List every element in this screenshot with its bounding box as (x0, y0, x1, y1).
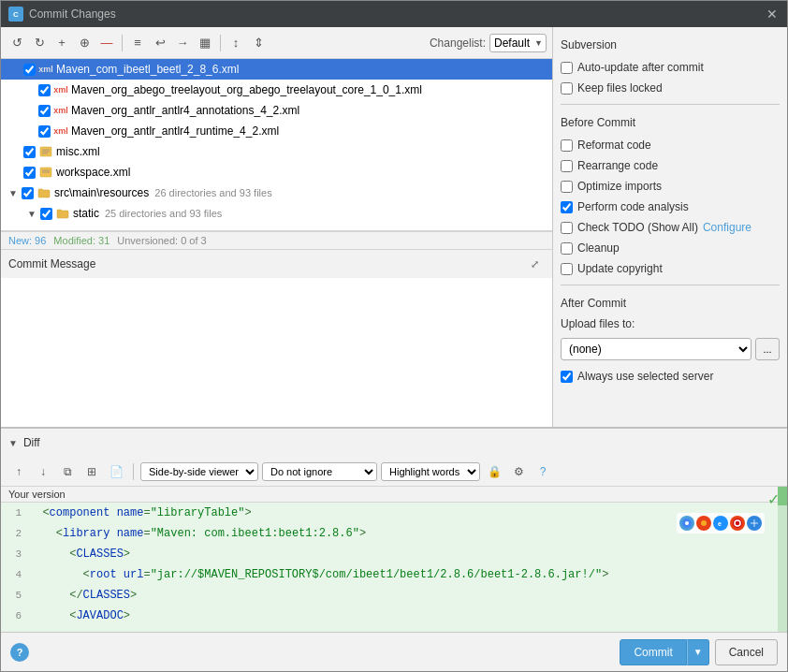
commit-message-header: Commit Message ⤢ (1, 250, 552, 278)
next-diff-button[interactable]: ↓ (33, 461, 53, 482)
bottom-bar: ? Commit ▼ Cancel (1, 632, 787, 671)
prev-diff-button[interactable]: ↑ (8, 461, 29, 482)
cleanup-checkbox[interactable] (561, 242, 573, 255)
line-content: <library name="Maven: com.ibeet1:beet1:2… (29, 527, 366, 540)
keep-locked-checkbox[interactable] (561, 82, 573, 95)
rearrange-label[interactable]: Rearrange code (577, 159, 658, 172)
file-name: misc.xml (56, 145, 100, 158)
collapse-arrow-icon[interactable]: ▼ (8, 188, 18, 198)
diff-settings-button[interactable]: ⊞ (81, 461, 102, 482)
auto-update-row: Auto-update after commit (561, 59, 780, 76)
code-line: 4 <root url="jar://$MAVEN_REPOSITORY$/co… (1, 564, 787, 585)
check-todo-row: Check TODO (Show All) Configure (561, 219, 780, 236)
highlight-select[interactable]: Highlight wordsHighlight chars (381, 462, 480, 481)
action-buttons: Commit ▼ Cancel (620, 639, 778, 665)
line-number: 3 (1, 548, 29, 560)
configure-link[interactable]: Configure (703, 221, 752, 234)
optimize-label[interactable]: Optimize imports (577, 180, 662, 193)
diff-content: 1 <component name="libraryTable"> 2 <lib… (1, 503, 787, 632)
folder-icon (55, 206, 70, 221)
group-button[interactable]: ≡ (127, 33, 148, 53)
file-checkbox[interactable] (23, 146, 36, 158)
window-title: Commit Changes (29, 7, 116, 21)
auto-update-label[interactable]: Auto-update after commit (577, 61, 704, 74)
file-checkbox[interactable] (40, 208, 52, 220)
perform-analysis-checkbox[interactable] (561, 201, 573, 213)
modified-count: Modified: 31 (53, 235, 109, 246)
file-checkbox[interactable] (23, 167, 36, 179)
file-item[interactable]: workspace.xml (1, 162, 552, 183)
optimize-row: Optimize imports (561, 178, 780, 195)
diff-section: ▼ Diff ↑ ↓ ⧉ ⊞ 📄 Side-by-side viewerUnif… (1, 427, 787, 632)
update-copyright-checkbox[interactable] (561, 263, 573, 275)
always-use-label[interactable]: Always use selected server (577, 370, 713, 383)
cleanup-label[interactable]: Cleanup (577, 241, 620, 255)
folder-item[interactable]: ▼ static 25 directories and 93 files (1, 203, 552, 224)
changelist-select[interactable]: Default (489, 34, 547, 52)
close-button[interactable]: ✕ (765, 7, 780, 22)
refresh-button[interactable]: ↺ (7, 33, 27, 53)
collapse-arrow-icon[interactable]: ▼ (27, 209, 36, 219)
sync-button[interactable]: ↻ (29, 33, 50, 53)
update-copyright-label[interactable]: Update copyright (577, 262, 663, 275)
commit-message-section: Commit Message ⤢ (1, 249, 552, 427)
rearrange-row: Rearrange code (561, 157, 780, 174)
diff-help-button[interactable]: ? (533, 461, 553, 482)
forward-button[interactable]: → (172, 33, 193, 53)
line-number: 6 (1, 610, 29, 621)
ignore-select[interactable]: Do not ignoreIgnore whitespaceIgnore lin… (262, 462, 377, 481)
cleanup-row: Cleanup (561, 240, 780, 256)
diff-options-button[interactable]: ⚙ (508, 461, 529, 482)
xml-file-icon: xml (53, 103, 68, 118)
file-checkbox[interactable] (23, 64, 36, 76)
file-item[interactable]: xml Maven_org_abego_treelayout_org_abego… (1, 80, 552, 100)
check-todo-checkbox[interactable] (561, 222, 573, 234)
browse-button[interactable]: ... (755, 338, 780, 360)
file-item[interactable]: misc.xml (1, 141, 552, 162)
your-version-label: Your version (1, 487, 787, 503)
commit-dropdown-button[interactable]: ▼ (687, 639, 709, 665)
file-checkbox[interactable] (38, 84, 51, 96)
new-file-button[interactable]: 📄 (106, 461, 126, 482)
file-checkbox[interactable] (38, 105, 51, 117)
perform-analysis-label[interactable]: Perform code analysis (577, 200, 689, 213)
file-item[interactable]: xml Maven_org_antlr_antlr4_annotations_4… (1, 100, 552, 121)
file-name: Maven_org_antlr_antlr4_annotations_4_2.x… (71, 104, 299, 117)
folder-item[interactable]: ▼ src\main\resources 26 directories and … (1, 183, 552, 203)
lock-diff-button[interactable]: 🔒 (484, 461, 504, 482)
reformat-label[interactable]: Reformat code (577, 139, 651, 152)
file-checkbox[interactable] (22, 187, 34, 199)
commit-message-input[interactable] (1, 278, 552, 427)
always-use-checkbox[interactable] (561, 371, 573, 383)
check-todo-label[interactable]: Check TODO (Show All) (577, 221, 698, 234)
file-checkbox[interactable] (38, 125, 51, 138)
file-item[interactable]: xml Maven_com_ibeetl_beetl_2_8_6.xml (1, 59, 552, 80)
line-content: <JAVADOC> (29, 609, 130, 622)
keep-locked-label[interactable]: Keep files locked (577, 81, 663, 95)
cancel-button[interactable]: Cancel (715, 639, 778, 665)
title-bar: C Commit Changes ✕ (1, 1, 787, 27)
sep2 (220, 35, 221, 51)
add-vcs-button[interactable]: ⊕ (74, 33, 95, 53)
update-copyright-row: Update copyright (561, 260, 780, 277)
viewer-select[interactable]: Side-by-side viewerUnified viewer (140, 462, 258, 481)
view-button[interactable]: ▦ (195, 33, 215, 53)
reformat-checkbox[interactable] (561, 139, 573, 152)
back-button[interactable]: ↩ (150, 33, 170, 53)
expand-commit-message-button[interactable]: ⤢ (524, 254, 545, 274)
code-line: 2 <library name="Maven: com.ibeet1:beet1… (1, 523, 787, 544)
commit-button[interactable]: Commit (620, 639, 686, 665)
rearrange-checkbox[interactable] (561, 160, 573, 172)
add-button[interactable]: + (51, 33, 72, 53)
file-name: Maven_org_antlr_antlr4_runtime_4_2.xml (71, 124, 279, 138)
optimize-checkbox[interactable] (561, 181, 573, 193)
upload-select[interactable]: (none) (561, 338, 752, 360)
copy-diff-button[interactable]: ⧉ (57, 461, 78, 482)
help-button[interactable]: ? (10, 643, 29, 662)
auto-update-checkbox[interactable] (561, 62, 573, 74)
sort-button[interactable]: ↕ (226, 33, 246, 53)
file-item[interactable]: xml Maven_org_antlr_antlr4_runtime_4_2.x… (1, 121, 552, 141)
diff-collapse-icon[interactable]: ▼ (8, 438, 18, 448)
remove-button[interactable]: — (96, 33, 117, 53)
sort2-button[interactable]: ⇕ (248, 33, 269, 53)
